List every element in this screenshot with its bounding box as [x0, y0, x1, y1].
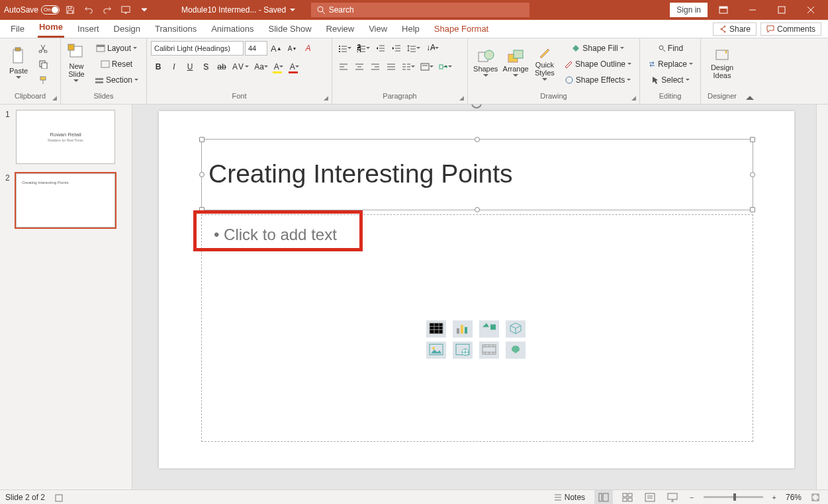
new-slide-button[interactable]: New Slide — [65, 41, 88, 85]
dialog-launcher-icon[interactable]: ◢ — [321, 93, 330, 103]
tab-file[interactable]: File — [9, 21, 26, 38]
shape-outline-button[interactable]: Shape Outline — [560, 57, 635, 71]
justify-icon[interactable] — [384, 60, 398, 74]
highlight-icon[interactable]: A — [271, 60, 286, 74]
sorter-view-icon[interactable] — [620, 490, 635, 505]
align-text-icon[interactable] — [418, 60, 436, 74]
undo-icon[interactable] — [81, 2, 97, 18]
dec-indent-icon[interactable] — [373, 41, 388, 56]
autosave-toggle[interactable]: AutoSave On — [4, 5, 60, 15]
zoom-out-icon[interactable]: − — [687, 490, 696, 505]
underline-icon[interactable]: U — [183, 60, 197, 74]
reading-view-icon[interactable] — [642, 490, 658, 505]
tab-shape-format[interactable]: Shape Format — [433, 21, 490, 38]
slideshow-icon[interactable] — [118, 2, 134, 18]
char-spacing-icon[interactable]: AV — [230, 60, 251, 74]
resize-handle[interactable] — [199, 172, 205, 177]
content-placeholder[interactable]: • Click to add text — [201, 214, 753, 442]
inc-indent-icon[interactable] — [389, 41, 404, 56]
search-input[interactable] — [329, 5, 524, 15]
share-button[interactable]: Share — [713, 22, 757, 36]
italic-icon[interactable]: I — [167, 60, 181, 74]
quick-styles-button[interactable]: Quick Styles — [532, 41, 557, 85]
insert-icon-icon[interactable] — [506, 341, 526, 358]
resize-handle[interactable] — [475, 207, 480, 212]
shapes-button[interactable]: Shapes — [472, 41, 499, 85]
collapse-ribbon-icon[interactable] — [743, 38, 757, 104]
section-button[interactable]: Section — [91, 73, 142, 87]
shrink-font-icon[interactable]: A▼ — [285, 41, 300, 56]
title-text[interactable]: Creating Interesting Points — [202, 140, 753, 208]
bold-icon[interactable]: B — [151, 60, 165, 74]
tab-design[interactable]: Design — [113, 21, 142, 38]
tab-review[interactable]: Review — [325, 21, 356, 38]
rotate-handle-icon[interactable] — [470, 105, 483, 110]
insert-smartart-icon[interactable] — [479, 320, 499, 337]
shape-effects-button[interactable]: Shape Effects — [560, 73, 635, 87]
arrange-button[interactable]: Arrange — [502, 41, 529, 85]
tab-help[interactable]: Help — [400, 21, 421, 38]
close-icon[interactable] — [798, 0, 824, 20]
insert-picture-icon[interactable] — [426, 341, 446, 358]
maximize-icon[interactable] — [768, 0, 795, 20]
dialog-launcher-icon[interactable]: ◢ — [457, 93, 466, 103]
layout-button[interactable]: Layout — [91, 41, 142, 56]
zoom-slider[interactable] — [704, 496, 763, 498]
insert-online-picture-icon[interactable] — [453, 341, 473, 358]
sign-in-button[interactable]: Sign in — [670, 3, 708, 17]
insert-video-icon[interactable] — [479, 341, 499, 358]
shadow-icon[interactable]: S — [199, 60, 213, 74]
save-icon[interactable] — [62, 2, 78, 18]
qat-more-icon[interactable] — [136, 2, 152, 18]
cut-icon[interactable] — [36, 41, 50, 56]
notes-button[interactable]: Notes — [551, 490, 588, 505]
numbering-icon[interactable]: 123 — [355, 41, 372, 56]
slide-thumbnail-2[interactable]: Creating Interesting Points — [16, 173, 115, 228]
grow-font-icon[interactable]: A▲ — [269, 41, 284, 56]
resize-handle[interactable] — [750, 207, 755, 212]
resize-handle[interactable] — [750, 172, 755, 177]
dialog-launcher-icon[interactable]: ◢ — [50, 93, 59, 103]
font-name-input[interactable] — [151, 41, 244, 56]
fit-window-icon[interactable] — [808, 490, 823, 505]
resize-handle[interactable] — [199, 207, 205, 212]
tab-transitions[interactable]: Transitions — [154, 21, 198, 38]
vertical-scrollbar[interactable] — [816, 105, 828, 489]
reset-button[interactable]: Reset — [91, 57, 142, 71]
align-center-icon[interactable] — [352, 60, 367, 74]
normal-view-icon[interactable] — [594, 490, 613, 505]
body-text[interactable]: • Click to add text — [202, 215, 753, 255]
format-painter-icon[interactable] — [36, 73, 50, 87]
font-color-icon[interactable]: A — [287, 60, 302, 74]
resize-handle[interactable] — [750, 137, 755, 142]
zoom-in-icon[interactable]: + — [770, 490, 779, 505]
line-spacing-icon[interactable] — [405, 41, 422, 56]
toggle-switch[interactable]: On — [41, 5, 60, 15]
comments-button[interactable]: Comments — [760, 22, 821, 36]
minimize-icon[interactable] — [739, 0, 766, 20]
font-size-input[interactable] — [245, 41, 267, 56]
accessibility-icon[interactable] — [52, 490, 66, 505]
title-placeholder[interactable]: Creating Interesting Points — [201, 139, 753, 210]
find-button[interactable]: Find — [644, 41, 697, 56]
slide-thumbnail-1[interactable]: Rowan Retail Retailers for Real Times — [16, 110, 115, 164]
design-ideas-button[interactable]: Design Ideas — [705, 41, 739, 85]
smartart-icon[interactable] — [437, 60, 454, 74]
select-button[interactable]: Select — [644, 73, 697, 87]
dialog-launcher-icon[interactable]: ◢ — [629, 93, 638, 103]
ribbon-display-icon[interactable] — [710, 0, 737, 20]
align-left-icon[interactable] — [336, 60, 351, 74]
columns-icon[interactable] — [400, 60, 417, 74]
tab-slideshow[interactable]: Slide Show — [267, 21, 312, 38]
resize-handle[interactable] — [475, 137, 480, 142]
change-case-icon[interactable]: Aa — [252, 60, 270, 74]
text-direction-icon[interactable]: ↓A — [424, 41, 441, 56]
search-box[interactable] — [311, 3, 529, 17]
align-right-icon[interactable] — [368, 60, 383, 74]
replace-button[interactable]: Replace — [644, 57, 697, 71]
clear-format-icon[interactable]: A — [301, 41, 316, 56]
tab-insert[interactable]: Insert — [76, 21, 101, 38]
redo-icon[interactable] — [99, 2, 115, 18]
insert-table-icon[interactable] — [426, 320, 446, 337]
shape-fill-button[interactable]: Shape Fill — [560, 41, 635, 56]
